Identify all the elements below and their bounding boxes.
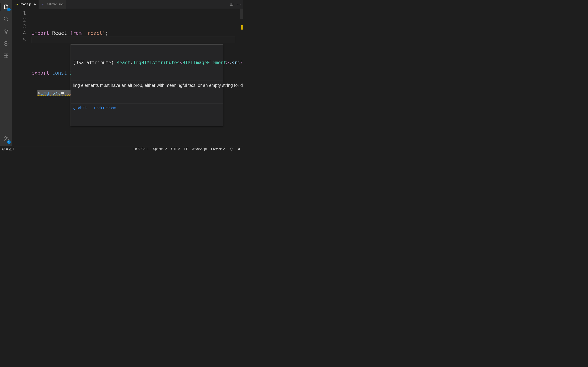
svg-point-7	[5, 43, 7, 44]
code-lines[interactable]: import React from 'react'; export const …	[32, 8, 239, 146]
svg-rect-11	[6, 54, 8, 56]
error-icon	[2, 148, 5, 151]
activity-bar: 1 1	[0, 0, 12, 146]
hover-tooltip: (JSX attribute) React.ImgHTMLAttributes<…	[70, 44, 223, 126]
prettier-status[interactable]: Prettier: ✔	[211, 147, 225, 151]
tabs-actions	[228, 0, 243, 8]
svg-point-0	[4, 17, 7, 20]
explorer-badge: 1	[7, 8, 11, 11]
svg-rect-8	[4, 54, 6, 56]
settings-badge: 1	[7, 140, 11, 144]
svg-rect-9	[4, 56, 6, 58]
svg-point-24	[231, 149, 231, 149]
svg-point-4	[6, 32, 7, 33]
tab-label: Image.js	[20, 2, 32, 6]
hover-signature: (JSX attribute) React.ImgHTMLAttributes<…	[71, 58, 223, 67]
editor-content[interactable]: 1 2 3 4 5 import React from 'react'; exp…	[12, 8, 243, 146]
language-mode[interactable]: JavaScript	[192, 147, 207, 151]
tab-label: .eslintrc.json	[46, 2, 63, 6]
tabs-bar: JS Image.js ◎ .eslintrc.json	[12, 0, 243, 8]
js-file-icon: JS	[15, 3, 18, 6]
hover-actions: Quick Fix... Peek Problem	[71, 103, 223, 113]
svg-point-23	[230, 148, 233, 150]
explorer-icon[interactable]: 1	[2, 3, 10, 11]
source-control-icon[interactable]	[2, 27, 10, 35]
line-number-gutter: 1 2 3 4 5	[12, 8, 32, 146]
svg-line-1	[7, 20, 8, 21]
minimap[interactable]	[239, 8, 243, 146]
eol-status[interactable]: LF	[184, 147, 188, 151]
tab-image-js[interactable]: JS Image.js	[12, 0, 39, 8]
svg-point-25	[232, 149, 232, 149]
notifications-icon[interactable]	[237, 147, 241, 151]
svg-point-3	[7, 29, 8, 30]
settings-gear-icon[interactable]: 1	[2, 135, 10, 143]
hover-diagnostic: img elements must have an alt prop, eith…	[71, 81, 223, 90]
svg-point-17	[240, 4, 241, 5]
svg-point-16	[239, 4, 239, 5]
svg-point-2	[4, 29, 5, 30]
problems-status[interactable]: 0 1	[2, 147, 15, 151]
status-bar: 0 1 Ln 5, Col 1 Spaces: 2 UTF-8 LF JavaS…	[0, 146, 243, 152]
feedback-icon[interactable]	[230, 147, 233, 151]
debug-icon[interactable]	[2, 39, 10, 48]
indentation-status[interactable]: Spaces: 2	[153, 147, 167, 151]
eslint-file-icon: ◎	[42, 3, 45, 6]
minimap-slider[interactable]	[240, 8, 243, 19]
minimap-warning-marker[interactable]	[241, 25, 243, 30]
extensions-icon[interactable]	[2, 51, 10, 60]
active-line-highlight	[32, 36, 235, 43]
warning-icon	[9, 148, 12, 151]
dirty-indicator-icon	[34, 3, 36, 5]
quick-fix-link[interactable]: Quick Fix...	[73, 105, 90, 111]
search-icon[interactable]	[2, 15, 10, 23]
peek-problem-link[interactable]: Peek Problem	[94, 105, 116, 111]
tab-eslintrc[interactable]: ◎ .eslintrc.json	[39, 0, 67, 8]
more-actions-icon[interactable]	[237, 2, 241, 6]
cursor-position[interactable]: Ln 5, Col 1	[134, 147, 149, 151]
svg-rect-10	[6, 56, 8, 58]
svg-point-15	[238, 4, 238, 5]
encoding-status[interactable]: UTF-8	[171, 147, 180, 151]
split-editor-icon[interactable]	[230, 2, 234, 6]
editor-area: JS Image.js ◎ .eslintrc.json 1 2	[12, 0, 243, 146]
svg-point-12	[5, 139, 7, 140]
main-area: 1 1 JS Image.js ◎ .eslintrc.js	[0, 0, 243, 146]
